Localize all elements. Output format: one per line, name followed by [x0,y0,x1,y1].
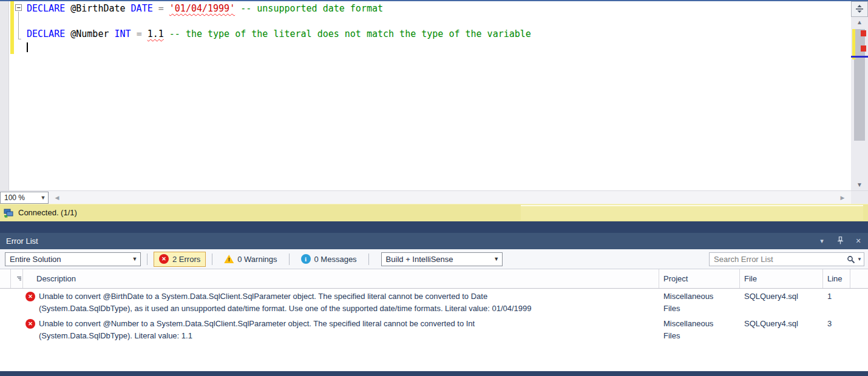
error-description-line2: (System.Data.SqlDbType), as it used an u… [39,303,532,315]
description-column-header[interactable]: Description [23,269,659,288]
chevron-down-icon: ▼ [129,256,140,262]
project-value: Miscellaneous Files [659,290,718,315]
row-line-cell: 3 [823,318,850,343]
error-description-line1: Unable to convert @Number to a System.Da… [39,318,475,330]
scrollbar-change-annotation [852,29,855,59]
row-file-cell: SQLQuery4.sql [740,290,823,316]
row-end-cell [850,318,868,343]
row-severity-cell [11,318,23,343]
scroll-right-arrow[interactable]: ▶ [838,191,847,204]
split-window-icon [855,4,864,14]
info-icon: i [301,254,311,264]
error-list-column-headers: Description Project File Line [0,269,868,289]
source-filter-dropdown[interactable]: Build + IntelliSense ▼ [381,252,503,266]
row-description-cell[interactable]: ✕ Unable to convert @BirthDate to a Syst… [23,290,659,316]
row-end-cell [850,290,868,316]
severity-glyph-icon [16,276,22,281]
source-filter-value: Build + IntelliSense [382,255,491,264]
pin-icon[interactable] [835,237,845,246]
chevron-down-icon: ▼ [38,195,48,201]
search-icon[interactable] [847,255,855,264]
track-changes-bar [10,1,14,54]
ssms-query-window: − DECLARE @BirthDate DATE = '01/04/1999'… [0,0,868,376]
window-bottom-edge [0,371,868,376]
warnings-filter-button[interactable]: ! 0 Warnings [219,252,282,267]
row-line-cell: 1 [823,290,850,316]
vertical-scrollbar[interactable]: ▲ ▼ [851,1,868,190]
editor-zoom-selector[interactable]: 100 % ▼ [0,192,49,204]
error-list-rows: ✕ Unable to convert @BirthDate to a Syst… [0,289,868,371]
server-connection-icon [4,208,14,221]
text-caret [27,42,28,52]
scope-filter-value: Entire Solution [5,255,129,264]
error-list-panel: Error List ▾ ✕ Entire Solution ▼ [0,233,868,376]
code-lines[interactable]: DECLARE @BirthDate DATE = '01/04/1999' -… [27,2,849,190]
connection-status-bar: Connected. (1/1) [0,204,868,221]
error-icon: ✕ [159,254,169,264]
row-margin-cell [0,318,11,343]
window-position-icon[interactable]: ▾ [817,237,827,245]
toolbar-separator [289,253,290,265]
line-column-header[interactable]: Line [823,269,850,288]
search-error-list-box[interactable]: ▼ [709,252,864,266]
zoom-level-value: 100 % [1,193,38,202]
connection-status-text: Connected. (1/1) [18,208,77,217]
scroll-down-arrow[interactable]: ▼ [851,181,868,189]
scroll-left-arrow[interactable]: ◀ [52,191,62,204]
warnings-filter-label: 0 Warnings [237,255,277,264]
outline-vertical-line [18,12,19,39]
chevron-down-icon: ▼ [491,256,502,262]
scroll-up-arrow[interactable]: ▲ [851,18,868,27]
error-list-toolbar: Entire Solution ▼ ✕ 2 Errors ! 0 Warning… [0,249,868,269]
toolbar-separator [368,253,369,265]
column-selector-cell[interactable] [0,269,11,288]
errors-filter-button[interactable]: ✕ 2 Errors [154,252,206,267]
status-bar-right-panel [521,205,863,220]
row-project-cell: Miscellaneous Files [659,318,740,343]
table-row[interactable]: ✕ Unable to convert @Number to a System.… [0,316,868,343]
project-column-header[interactable]: Project [659,269,740,288]
error-description-line2: (System.Data.SqlDbType). Literal value: … [39,330,475,342]
outline-end-tick [18,39,21,39]
warning-icon: ! [224,255,234,263]
close-icon[interactable]: ✕ [853,237,863,245]
scrollbar-corner [851,191,868,204]
toolbar-separator [212,253,212,265]
editor-splitter-handle[interactable] [851,1,868,17]
search-input[interactable] [710,255,847,264]
error-icon: ✕ [25,292,35,301]
severity-column-header[interactable] [11,269,23,288]
scrollbar-caret-position-mark [851,56,868,58]
scope-filter-dropdown[interactable]: Entire Solution ▼ [5,252,141,266]
error-list-title-bar[interactable]: Error List ▾ ✕ [0,233,868,249]
row-description-cell[interactable]: ✕ Unable to convert @Number to a System.… [23,318,659,343]
collapse-region-icon[interactable]: − [15,4,22,11]
error-list-title: Error List [6,237,38,246]
messages-filter-label: 0 Messages [314,255,357,264]
error-description-line1: Unable to convert @BirthDate to a System… [39,290,532,303]
errors-filter-label: 2 Errors [172,255,200,264]
sql-code-editor[interactable]: − DECLARE @BirthDate DATE = '01/04/1999'… [0,1,851,190]
table-row[interactable]: ✕ Unable to convert @BirthDate to a Syst… [0,289,868,316]
messages-filter-button[interactable]: i 0 Messages [296,252,362,267]
error-icon: ✕ [25,319,35,329]
empty-column-header [850,269,868,288]
search-options-chevron-icon[interactable]: ▼ [855,257,864,262]
row-severity-cell [11,290,23,316]
scrollbar-error-mark-1[interactable] [861,30,866,36]
toolbar-separator [147,253,147,265]
editor-indicator-margin[interactable] [0,1,9,190]
pane-divider[interactable] [0,221,868,233]
code-outline-margin: − [15,1,24,190]
row-file-cell: SQLQuery4.sql [740,318,823,343]
row-margin-cell [0,290,11,316]
horizontal-scrollbar-row: 100 % ▼ ◀ ▶ [0,190,868,204]
row-project-cell: Miscellaneous Files [659,290,740,316]
file-column-header[interactable]: File [740,269,823,288]
scrollbar-error-mark-2[interactable] [861,45,866,52]
project-value: Miscellaneous Files [659,318,718,342]
